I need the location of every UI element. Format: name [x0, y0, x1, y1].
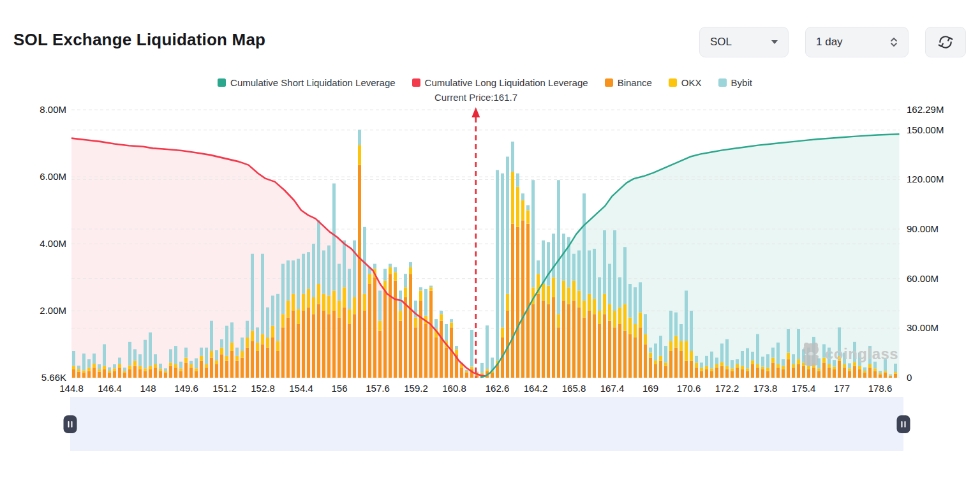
liquidation-bar-segment [179, 368, 182, 371]
liquidation-bar-segment [409, 262, 412, 267]
liquidation-bar-segment [297, 309, 300, 324]
navigator-right-handle-icon[interactable] [897, 415, 910, 433]
liquidation-bar-segment [246, 348, 249, 378]
liquidation-bar-segment [685, 341, 688, 361]
liquidation-bar-segment [802, 366, 805, 378]
liquidation-bar-segment [174, 368, 177, 378]
liquidation-bar-segment [731, 371, 734, 378]
liquidation-bar-segment [205, 348, 208, 364]
liquidation-bar-segment [358, 130, 361, 145]
liquidation-bar-segment [72, 351, 75, 366]
liquidation-bar-segment [440, 314, 443, 321]
liquidation-bar-segment [649, 348, 652, 353]
liquidation-bar-segment [572, 281, 575, 301]
liquidation-bar-segment [557, 180, 560, 314]
navigator-left-handle-icon[interactable] [64, 415, 77, 433]
x-axis-tick-label: 160.8 [442, 383, 466, 394]
liquidation-bar-segment [235, 348, 239, 356]
liquidation-bar-segment [271, 295, 274, 325]
liquidation-bar-segment [414, 327, 417, 378]
x-axis-tick-label: 162.6 [486, 383, 510, 394]
liquidation-bar-segment [113, 368, 116, 371]
liquidation-bar-segment [782, 369, 785, 378]
liquidation-bar-segment [205, 368, 208, 378]
liquidation-bar-segment [858, 366, 861, 369]
liquidation-bar-segment [174, 364, 177, 368]
liquidation-bar-segment [511, 172, 514, 223]
liquidation-bar-segment [654, 364, 657, 378]
right-axis-tick-label: 162.29M [907, 104, 944, 115]
liquidation-bar-segment [664, 362, 667, 366]
liquidation-bar-segment [419, 301, 422, 378]
liquidation-bar-segment [562, 301, 565, 378]
liquidation-bar-segment [322, 251, 325, 294]
liquidation-bar-segment [108, 368, 111, 371]
liquidation-bar-segment [843, 368, 846, 378]
liquidation-bar-segment [853, 366, 856, 378]
liquidation-bar-segment [679, 341, 683, 351]
liquidation-bar-segment [664, 346, 667, 362]
liquidation-bar-segment [455, 346, 458, 349]
liquidation-bar-segment [72, 366, 75, 369]
liquidation-bar-segment [363, 311, 366, 378]
liquidation-bar-segment [623, 304, 627, 331]
liquidation-bar-segment [261, 254, 264, 334]
liquidation-bar-segment [644, 345, 647, 378]
liquidation-bar-segment [383, 291, 387, 378]
liquidation-bar-segment [613, 311, 616, 327]
liquidation-bar-segment [450, 319, 453, 322]
liquidation-bar-segment [807, 369, 810, 378]
liquidation-bar-segment [241, 338, 244, 351]
right-axis-tick-label: 0 [907, 372, 912, 383]
liquidation-bar-segment [531, 180, 535, 287]
liquidation-bar-segment [404, 297, 407, 378]
liquidation-bar-segment [669, 351, 672, 378]
liquidation-bar-segment [736, 368, 739, 378]
x-axis-tick-label: 170.6 [677, 383, 701, 394]
liquidation-bar-segment [159, 369, 162, 371]
liquidation-bar-segment [128, 366, 131, 369]
liquidation-bar-segment [87, 371, 91, 378]
liquidation-bar-segment [465, 371, 468, 373]
liquidation-bar-segment [297, 324, 300, 378]
liquidation-bar-segment [93, 368, 96, 378]
liquidation-bar-segment [149, 369, 152, 378]
liquidation-bar-segment [281, 327, 285, 378]
liquidation-bar-segment [87, 359, 91, 368]
liquidation-bar-segment [496, 170, 499, 361]
liquidation-bar-segment [491, 373, 494, 378]
liquidation-bar-segment [583, 301, 586, 317]
liquidation-bar-segment [547, 242, 550, 285]
liquidation-bar-segment [480, 373, 484, 375]
liquidation-bar-segment [77, 366, 80, 369]
liquidation-bar-segment [623, 247, 627, 304]
liquidation-bar-segment [118, 364, 121, 368]
range-navigator[interactable] [70, 397, 903, 451]
liquidation-bar-segment [628, 334, 632, 378]
liquidation-bar-segment [679, 324, 683, 341]
liquidation-bar-segment [133, 361, 137, 366]
liquidation-bar-segment [644, 314, 647, 334]
liquidation-bar-segment [873, 368, 877, 371]
liquidation-bar-segment [679, 351, 683, 378]
liquidation-bar-segment [174, 346, 177, 364]
liquidation-bar-segment [664, 366, 667, 378]
liquidation-bar-segment [705, 356, 708, 366]
liquidation-bar-segment [649, 358, 652, 378]
liquidation-bar-segment [715, 364, 718, 368]
liquidation-bar-segment [368, 284, 371, 378]
liquidation-bar-segment [103, 345, 106, 366]
liquidation-bar-segment [731, 360, 734, 368]
liquidation-bar-segment [82, 353, 85, 370]
liquidation-bar-segment [343, 287, 346, 308]
liquidation-bar-segment [394, 281, 397, 378]
liquidation-bar-segment [741, 351, 744, 366]
liquidation-bar-segment [353, 241, 356, 297]
liquidation-bar-segment [583, 193, 586, 301]
liquidation-bar-segment [266, 338, 269, 348]
liquidation-bar-segment [720, 366, 724, 378]
liquidation-bar-segment [389, 264, 392, 267]
liquidation-bar-segment [552, 297, 555, 378]
liquidation-bar-segment [797, 364, 800, 378]
liquidation-bar-segment [179, 362, 182, 369]
